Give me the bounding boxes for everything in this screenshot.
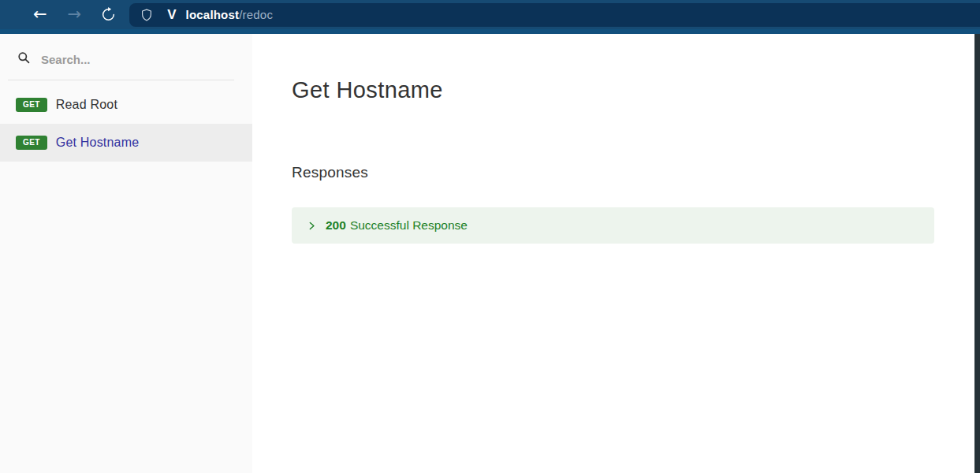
sidebar-item-read-root[interactable]: GET Read Root	[0, 86, 252, 124]
back-arrow-icon[interactable]: ←	[33, 6, 47, 23]
chevron-right-icon	[307, 221, 317, 231]
url-host: localhost	[186, 8, 240, 21]
browser-toolbar: ← → V localhost/redoc	[0, 0, 980, 29]
forward-arrow-icon[interactable]: →	[68, 6, 82, 23]
url-path: /redoc	[239, 8, 273, 21]
search-input[interactable]	[41, 53, 214, 66]
sidebar-item-label: Read Root	[56, 98, 117, 112]
url-bar[interactable]: V localhost/redoc	[129, 3, 980, 27]
redoc-page: GET Read Root GET Get Hostname Get Hostn…	[0, 34, 980, 473]
reload-icon[interactable]	[100, 6, 117, 23]
search-box[interactable]	[8, 45, 234, 80]
get-method-badge: GET	[16, 136, 47, 150]
code-samples-panel-edge	[974, 34, 980, 473]
sidebar-item-get-hostname[interactable]: GET Get Hostname	[0, 124, 252, 162]
shield-icon[interactable]	[140, 7, 154, 23]
search-icon	[17, 51, 31, 68]
site-favicon: V	[167, 7, 176, 23]
response-description: Successful Response	[350, 218, 468, 232]
response-label: 200Successful Response	[326, 218, 468, 233]
response-code: 200	[326, 218, 346, 232]
responses-heading: Responses	[292, 164, 980, 181]
sidebar: GET Read Root GET Get Hostname	[0, 34, 252, 473]
sidebar-item-label: Get Hostname	[56, 136, 140, 150]
url-text[interactable]: localhost/redoc	[186, 8, 274, 21]
operation-title: Get Hostname	[292, 79, 980, 102]
main-content: Get Hostname Responses 200Successful Res…	[252, 34, 980, 473]
get-method-badge: GET	[16, 98, 47, 112]
response-200-row[interactable]: 200Successful Response	[292, 207, 934, 244]
sidebar-nav: GET Read Root GET Get Hostname	[0, 86, 252, 162]
